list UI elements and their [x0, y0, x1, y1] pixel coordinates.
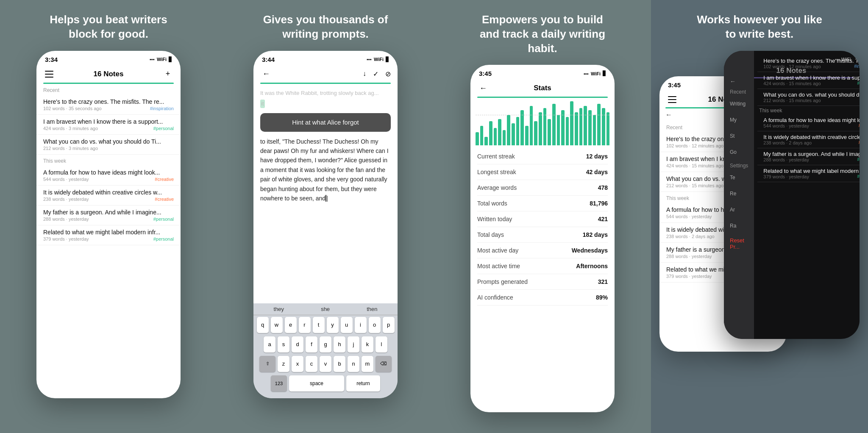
sidebar-item-mystats[interactable]: My	[724, 112, 754, 128]
key-x[interactable]: x	[292, 356, 303, 372]
check-icon-2[interactable]: ✓	[373, 70, 378, 78]
key-space[interactable]: space	[289, 375, 344, 391]
key-g[interactable]: g	[320, 336, 331, 353]
chart-bar	[588, 110, 592, 145]
key-r[interactable]: r	[299, 317, 311, 333]
reset-prompt-button[interactable]: Reset Pr...	[724, 234, 754, 253]
key-y[interactable]: y	[327, 317, 339, 333]
stat-row-average-words: Average words 478	[477, 180, 608, 196]
filter-icon-2[interactable]: ⊘	[385, 70, 391, 78]
key-z[interactable]: z	[278, 356, 289, 372]
key-h[interactable]: h	[334, 336, 345, 353]
editor-body-text[interactable]: to itself, "The Duchess! The Duchess! Oh…	[260, 137, 391, 203]
chart-bar	[480, 126, 484, 146]
dark-note-item[interactable]: My father is a surgeon. And while I imag…	[757, 148, 860, 165]
key-u[interactable]: u	[341, 317, 353, 333]
notes-list-1: Recent Here's to the crazy ones. The mis…	[36, 84, 181, 398]
dark-note-item[interactable]: It is widely debated within creative cir…	[757, 131, 860, 148]
suggestion-they[interactable]: they	[274, 306, 284, 312]
download-icon-2[interactable]: ↓	[363, 70, 366, 78]
key-k[interactable]: k	[362, 336, 373, 353]
stats-list-3: Current streak 12 days Longest streak 42…	[470, 149, 615, 412]
sidebar-item-text[interactable]: Te	[724, 169, 754, 186]
key-a[interactable]: a	[264, 336, 275, 353]
key-p[interactable]: p	[383, 317, 395, 333]
key-t[interactable]: t	[313, 317, 325, 333]
phone-frame-3: 3:45 ▪▪▪ WiFi ▊ ← Stats	[470, 65, 615, 412]
add-note-button-1[interactable]: +	[162, 68, 174, 80]
suggestion-then[interactable]: then	[367, 306, 377, 312]
status-time-light-4: 3:45	[668, 81, 681, 89]
note-item[interactable]: A formula for how to have ideas might lo…	[36, 166, 181, 186]
svg-rect-5	[668, 102, 676, 103]
status-time-1: 3:34	[45, 56, 58, 63]
menu-icon-1[interactable]	[43, 68, 55, 80]
sidebar-item-stats[interactable]: St	[724, 128, 754, 144]
status-icons-2: ▪▪▪ WiFi ▊	[367, 57, 389, 62]
key-q[interactable]: q	[257, 317, 269, 333]
sidebar-item-archive[interactable]: Ar	[724, 202, 754, 218]
back-button-2[interactable]: ←	[260, 68, 272, 80]
sidebar-item-rate[interactable]: Ra	[724, 218, 754, 234]
key-backspace[interactable]: ⌫	[376, 356, 392, 372]
dark-note-item[interactable]: Here's to the crazy ones. The misfits. T…	[757, 55, 860, 72]
dark-note-item[interactable]: A formula for how to have ideas might lo…	[757, 114, 860, 131]
key-shift[interactable]: ⇧	[259, 356, 275, 372]
note-item[interactable]: It is widely debated within creative cir…	[36, 186, 181, 205]
stat-row-prompts-generated: Prompts generated 321	[477, 274, 608, 290]
goals-icon: Go	[730, 149, 737, 155]
key-return[interactable]: return	[346, 375, 380, 391]
editor-content-2[interactable]: It was the White Rabbit, trotting slowly…	[253, 84, 398, 303]
key-d[interactable]: d	[292, 336, 303, 353]
stat-row-most-active-time: Most active time Afternoons	[477, 258, 608, 274]
placeholder-icon-3	[596, 82, 608, 94]
key-w[interactable]: w	[271, 317, 283, 333]
key-n[interactable]: n	[348, 356, 359, 372]
note-item[interactable]: Related to what we might label modern in…	[36, 225, 181, 245]
back-button-3[interactable]: ←	[477, 82, 489, 94]
chart-bar	[498, 119, 501, 145]
key-b[interactable]: b	[334, 356, 345, 372]
key-e[interactable]: e	[285, 317, 297, 333]
suggestion-she[interactable]: she	[321, 306, 330, 312]
note-item[interactable]: I am bravest when I know there is a supp…	[36, 115, 181, 135]
chart-bar	[530, 106, 533, 146]
sidebar-item-goals[interactable]: Go	[724, 144, 754, 160]
back-arrow-light-4[interactable]: ←	[665, 111, 672, 119]
key-o[interactable]: o	[369, 317, 381, 333]
note-item[interactable]: Here's to the crazy ones. The misfits. T…	[36, 95, 181, 115]
sidebar-dimmer[interactable]: Here's to the crazy ones. The misfits. T…	[754, 51, 860, 339]
phone-frame-2: 3:44 ▪▪▪ WiFi ▊ ← ↓ ✓ ⊘ It was the White…	[253, 51, 398, 398]
key-123[interactable]: 123	[271, 375, 287, 391]
stat-row-current-streak: Current streak 12 days	[477, 149, 608, 164]
status-bar-1: 3:34 ▪▪▪ WiFi ▊	[36, 51, 181, 66]
dark-note-item[interactable]: What you can do vs. what you should do T…	[757, 89, 860, 106]
key-s[interactable]: s	[278, 336, 289, 353]
status-bar-3: 3:45 ▪▪▪ WiFi ▊	[470, 65, 615, 80]
note-item[interactable]: What you can do vs. what you should do T…	[36, 135, 181, 155]
key-l[interactable]: l	[376, 336, 387, 353]
key-m[interactable]: m	[362, 356, 373, 372]
note-item[interactable]: My father is a surgeon. And while I imag…	[36, 205, 181, 225]
chart-bar	[548, 119, 551, 145]
dark-note-item[interactable]: I am bravest when I know there is a supp…	[757, 72, 860, 89]
sidebar-overlay-4: ← Recent Writing My St Go Setting	[724, 51, 860, 339]
key-j[interactable]: j	[348, 336, 359, 353]
stats-icon: St	[730, 133, 734, 139]
svg-rect-4	[668, 99, 676, 100]
sidebar-item-writing[interactable]: Writing	[724, 96, 754, 112]
stat-row-total-days: Total days 182 days	[477, 227, 608, 243]
key-i[interactable]: i	[355, 317, 367, 333]
svg-rect-1	[45, 74, 53, 75]
key-c[interactable]: c	[306, 356, 317, 372]
key-f[interactable]: f	[306, 336, 317, 353]
nav-title-1: 16 Notes	[94, 70, 124, 78]
stat-row-most-active-day: Most active day Wednesdays	[477, 243, 608, 258]
back-arrow-sidebar[interactable]: ←	[730, 78, 736, 85]
sidebar-item-reminders[interactable]: Re	[724, 186, 754, 202]
keyboard-row-4: 123 space return	[253, 374, 398, 393]
dark-note-item[interactable]: Related to what we might label modern in…	[757, 165, 860, 182]
menu-icon-light-4[interactable]	[666, 94, 678, 105]
key-v[interactable]: v	[320, 356, 331, 372]
sidebar-panel-4: ← Recent Writing My St Go Setting	[724, 51, 754, 339]
